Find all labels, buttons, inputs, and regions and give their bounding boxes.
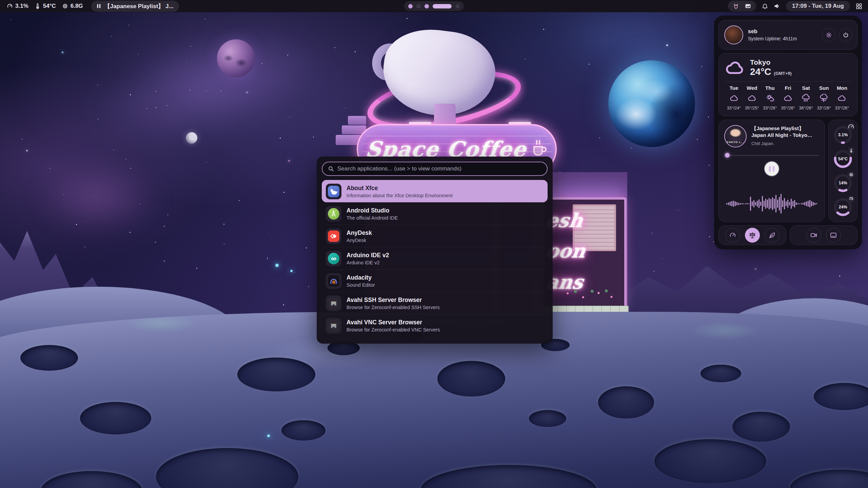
media-progress-bar[interactable] xyxy=(724,153,819,158)
star xyxy=(113,150,114,150)
clock[interactable]: 17:09 - Tue, 19 Aug xyxy=(786,1,850,11)
star xyxy=(294,272,295,273)
forecast-day-label: Mon xyxy=(837,85,847,91)
app-row-arduino-ide-v2[interactable]: ∞Arduino IDE v2Arduino IDE v2 xyxy=(322,247,548,269)
crater xyxy=(80,402,151,434)
power-profile-scales-active[interactable] xyxy=(745,228,760,243)
forecast-day-label: Sun xyxy=(819,85,829,91)
thermometer-icon xyxy=(35,3,41,9)
app-name: AnyDesk xyxy=(347,229,372,237)
crater xyxy=(701,365,741,382)
forecast-day-thu: Thu33°/26° xyxy=(761,85,779,110)
power-profile-gauge[interactable] xyxy=(725,228,740,243)
visualizer-bar xyxy=(804,202,805,205)
memory-indicator[interactable]: 6.8G xyxy=(61,3,84,9)
now-playing-text: 【Japanese Playlist】 J... xyxy=(104,2,174,10)
visualizer-bar xyxy=(726,203,727,205)
star xyxy=(267,258,268,259)
stat-gauge-drive: 24% xyxy=(832,197,853,218)
workspace-4-active[interactable] xyxy=(433,4,452,8)
app-grid-icon[interactable] xyxy=(855,3,863,10)
app-description: Arduino IDE v2 xyxy=(347,260,389,265)
app-icon-tile xyxy=(326,273,341,289)
progress-handle[interactable] xyxy=(725,153,730,158)
cloud-icon xyxy=(784,94,792,103)
app-name: Audacity xyxy=(347,274,375,281)
network-port-icon xyxy=(328,298,339,309)
app-row-android-studio[interactable]: Android StudioThe official Android IDE xyxy=(322,202,548,225)
workspace-5[interactable] xyxy=(455,4,460,8)
power-profile-group xyxy=(718,225,786,245)
forecast-day-label: Wed xyxy=(747,85,757,91)
visualizer-bar xyxy=(813,202,814,206)
desktop: Space Coffee esh oon ans xyxy=(0,0,868,488)
star xyxy=(10,19,11,20)
anydesk-icon xyxy=(328,230,339,242)
app-icon-tile xyxy=(326,228,341,244)
workspace-switcher[interactable] xyxy=(404,1,464,11)
app-row-avahi-vnc-server-browser[interactable]: Avahi VNC Server BrowserBrowse for Zeroc… xyxy=(322,314,548,337)
crater xyxy=(20,345,78,371)
scales-icon xyxy=(749,231,756,239)
play-pause-button[interactable] xyxy=(764,161,780,177)
album-art: TOKYO L... xyxy=(724,125,747,147)
power-button[interactable] xyxy=(839,28,852,42)
search-box[interactable] xyxy=(322,162,548,176)
visualizer-bar xyxy=(779,197,780,210)
workspace-2[interactable] xyxy=(416,4,421,8)
notifications-bell-icon[interactable] xyxy=(762,3,768,9)
app-row-about-xfce[interactable]: About XfceInformation about the Xfce Des… xyxy=(322,180,548,202)
top-bar: 3.1% 54°C 6.8G 【Japanese Playlist】 J... xyxy=(0,0,868,12)
screenshot-button[interactable] xyxy=(826,228,841,243)
wallpaper-icon[interactable] xyxy=(745,3,751,9)
arduino-icon: ∞ xyxy=(328,253,339,264)
visualizer-bar xyxy=(777,200,778,208)
cpu-usage-indicator[interactable]: 3.1% xyxy=(5,3,30,9)
visualizer-bar xyxy=(733,201,734,207)
visualizer-bar xyxy=(760,202,761,206)
search-input[interactable] xyxy=(337,165,541,172)
album-art-caption: TOKYO L... xyxy=(725,141,746,144)
forecast-day-sun: Sun33°/26° xyxy=(815,85,833,110)
workspace-1-active[interactable] xyxy=(408,4,413,8)
power-profile-leaf[interactable] xyxy=(765,228,780,243)
visualizer-bar xyxy=(753,200,754,207)
video-camera-button[interactable] xyxy=(806,228,821,243)
visualizer-bar xyxy=(792,201,793,206)
workspace-3-active[interactable] xyxy=(425,4,429,8)
visualizer-bar xyxy=(770,199,771,208)
weather-temperature: 24°C xyxy=(750,66,771,77)
app-row-anydesk[interactable]: AnyDeskAnyDesk xyxy=(322,225,548,247)
user-name: seb xyxy=(748,28,797,35)
divider xyxy=(725,81,851,82)
star xyxy=(156,91,156,92)
forecast-day-tue: Tue33°/24° xyxy=(725,85,743,110)
track-artist: Chill Japan. xyxy=(751,141,819,146)
app-description: Browse for Zeroconf-enabled VNC Servers xyxy=(347,327,440,332)
app-row-avahi-ssh-server-browser[interactable]: Avahi SSH Server BrowserBrowse for Zeroc… xyxy=(322,292,548,314)
crater xyxy=(281,420,326,441)
search-icon xyxy=(328,166,334,172)
star xyxy=(111,36,112,37)
app-row-audacity[interactable]: AudacitySound Editor xyxy=(322,269,548,292)
now-playing-pill[interactable]: 【Japanese Playlist】 J... xyxy=(91,1,179,12)
star xyxy=(701,66,702,67)
star xyxy=(288,160,290,162)
temperature-indicator[interactable]: 54°C xyxy=(33,3,57,9)
temperature-value: 54°C xyxy=(43,3,56,9)
visualizer-bar xyxy=(789,202,790,205)
cloud-icon xyxy=(730,94,738,103)
progress-track xyxy=(724,155,819,156)
tray-pill xyxy=(728,1,756,12)
network-port-icon xyxy=(328,320,339,331)
forecast-temps: 33°/26° xyxy=(817,106,831,110)
settings-button[interactable] xyxy=(822,28,835,42)
star xyxy=(283,304,284,305)
cat-icon[interactable] xyxy=(733,3,739,9)
app-icon-tile: ∞ xyxy=(326,251,341,266)
star xyxy=(166,105,167,106)
volume-icon[interactable] xyxy=(774,3,781,9)
star xyxy=(93,196,94,196)
gauge-icon xyxy=(729,232,736,239)
visualizer-bar xyxy=(765,199,766,209)
